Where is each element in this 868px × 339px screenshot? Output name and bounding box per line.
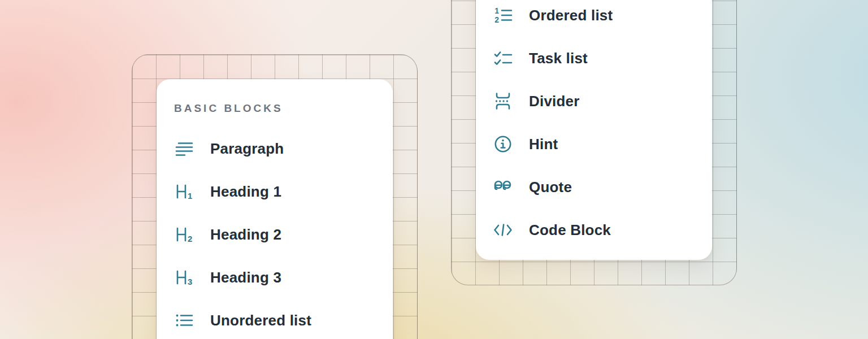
menu-item-ordered-list[interactable]: 1 2 Ordered list	[493, 0, 712, 37]
menu-item-label: Heading 3	[210, 269, 281, 286]
menu-item-unordered-list[interactable]: Unordered list	[174, 299, 393, 339]
svg-text:3: 3	[188, 277, 192, 286]
heading-1-icon: 1	[174, 181, 194, 202]
menu-item-label: Task list	[529, 50, 588, 67]
menu-item-label: Heading 1	[210, 183, 281, 201]
menu-item-label: Ordered list	[529, 7, 613, 24]
hint-icon	[493, 134, 513, 154]
basic-blocks-list: Paragraph 1 Heading 1 2	[157, 127, 393, 339]
svg-text:2: 2	[494, 15, 499, 24]
menu-item-code-block[interactable]: Code Block	[493, 208, 712, 251]
code-block-icon	[493, 220, 513, 240]
blocks-panel-continued: 1 2 Ordered list Task list	[476, 0, 712, 260]
paragraph-icon	[174, 138, 194, 159]
menu-item-heading-2[interactable]: 2 Heading 2	[174, 213, 393, 256]
menu-item-divider[interactable]: Divider	[493, 80, 712, 123]
divider-icon	[493, 91, 513, 111]
ordered-list-icon: 1 2	[493, 5, 513, 25]
menu-item-heading-3[interactable]: 3 Heading 3	[174, 256, 393, 299]
menu-item-quote[interactable]: Quote	[493, 166, 712, 208]
menu-item-label: Hint	[529, 136, 558, 153]
menu-item-label: Paragraph	[210, 140, 284, 158]
heading-2-icon: 2	[174, 224, 194, 245]
menu-item-task-list[interactable]: Task list	[493, 37, 712, 80]
task-list-icon	[493, 48, 513, 68]
svg-text:1: 1	[188, 191, 192, 201]
panel-section-title: BASIC BLOCKS	[174, 101, 283, 116]
basic-blocks-panel: BASIC BLOCKS Paragraph 1 Heading 1	[157, 79, 393, 339]
quote-icon	[493, 177, 513, 197]
menu-item-label: Quote	[529, 179, 572, 196]
menu-item-label: Unordered list	[210, 312, 311, 329]
blocks-list: 1 2 Ordered list Task list	[476, 0, 712, 251]
heading-3-icon: 3	[174, 267, 194, 288]
unordered-list-icon	[174, 310, 194, 331]
page-background: BASIC BLOCKS Paragraph 1 Heading 1	[0, 0, 868, 339]
menu-item-label: Code Block	[529, 221, 611, 239]
menu-item-label: Heading 2	[210, 226, 281, 244]
menu-item-label: Divider	[529, 93, 580, 110]
menu-item-paragraph[interactable]: Paragraph	[174, 127, 393, 170]
menu-item-heading-1[interactable]: 1 Heading 1	[174, 170, 393, 213]
menu-item-hint[interactable]: Hint	[493, 123, 712, 166]
svg-text:2: 2	[188, 234, 192, 244]
svg-text:1: 1	[494, 6, 499, 15]
